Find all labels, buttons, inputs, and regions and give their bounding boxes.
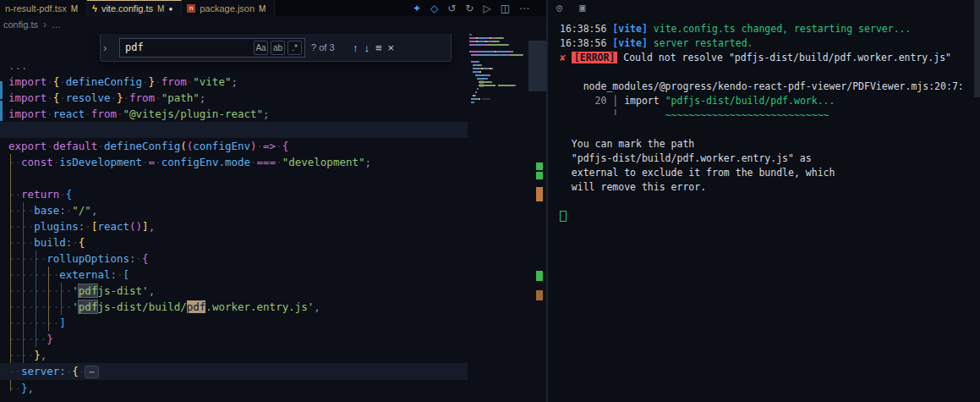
previous-match-button[interactable]: ↑ xyxy=(353,42,359,53)
terminal-panel-icon[interactable]: ▣ xyxy=(579,2,585,14)
terminal-cursor xyxy=(560,211,567,222)
tab-label: n-result-pdf.tsx xyxy=(5,3,67,14)
code-line[interactable] xyxy=(0,170,468,186)
breadcrumb-more[interactable]: … xyxy=(52,19,61,30)
undo-icon[interactable]: ↺ xyxy=(447,3,456,14)
terminal-pane: ◎▣ 16:38:56 [vite] vite.config.ts change… xyxy=(550,0,980,402)
code-line[interactable]: ··········'pdfjs-dist', xyxy=(0,283,468,299)
overview-mark-search xyxy=(536,290,543,300)
overview-mark-added xyxy=(536,271,543,281)
modified-badge: M xyxy=(71,4,78,14)
terminal-line xyxy=(560,65,973,80)
beaker-icon[interactable]: ◇ xyxy=(430,3,438,14)
tab-label: vite.config.ts xyxy=(101,3,153,14)
editor-actions: ✦◇↺↻▷◫⋯ xyxy=(275,0,546,16)
close-find-button[interactable]: × xyxy=(388,42,395,53)
vscode-window: n-result-pdf.tsx M ϟ vite.config.ts M ● … xyxy=(0,0,980,402)
run-icon[interactable]: ▷ xyxy=(483,3,490,14)
terminal-line: ╵ ~~~~~~~~~~~~~~~~~~~~~~~~~~~~ xyxy=(560,108,973,123)
terminal-status-icon[interactable]: ◎ xyxy=(556,2,562,14)
code-line[interactable]: ········external:·[ xyxy=(0,267,468,283)
code-line[interactable]: ····base:·"/", xyxy=(0,202,468,218)
whole-word-button[interactable]: ab xyxy=(271,41,285,55)
format-icon[interactable]: ✦ xyxy=(413,3,421,14)
tab-n-result-pdf[interactable]: n-result-pdf.tsx M xyxy=(0,0,87,16)
terminal-line xyxy=(560,209,973,224)
terminal-line: You can mark the path xyxy=(560,137,973,151)
code-line[interactable]: import·{·resolve·}·from·"path"; xyxy=(0,90,468,106)
npm-icon: n xyxy=(187,4,195,13)
terminal-output: 16:38:56 [vite] vite.config.ts changed, … xyxy=(560,22,973,224)
split-editor-icon[interactable]: ◫ xyxy=(501,3,510,14)
code-line[interactable]: ····}, xyxy=(0,347,468,363)
terminal-line: will remove this error. xyxy=(560,180,973,195)
modified-badge: M xyxy=(157,4,164,14)
tab-vite-config[interactable]: ϟ vite.config.ts M ● xyxy=(87,0,182,16)
unsaved-dot-icon: ● xyxy=(168,5,172,13)
overview-mark-added xyxy=(536,172,543,179)
terminal-line xyxy=(560,123,973,137)
tab-package-json[interactable]: n package.json M xyxy=(182,0,275,16)
minimap[interactable] xyxy=(469,34,528,105)
code-line[interactable]: import·{·defineConfig·}·from·"vite"; xyxy=(0,74,468,90)
terminal-scrollbar[interactable] xyxy=(974,0,980,402)
code-line[interactable]: export·default·defineConfig((configEnv)·… xyxy=(0,138,468,154)
search-input[interactable]: pdf Aa ab .* xyxy=(119,38,305,58)
terminal-line: "pdfjs-dist/build/pdf.worker.entry.js" a… xyxy=(560,151,973,166)
code-line[interactable]: import·react·from·"@vitejs/plugin-react"… xyxy=(0,106,468,122)
code-line[interactable] xyxy=(0,122,468,138)
code-line[interactable]: ··server:·{·⋯ xyxy=(0,363,468,380)
terminal-scrollbar-thumb[interactable] xyxy=(974,0,980,97)
terminal-line: 16:38:56 [vite] server restarted. xyxy=(560,36,973,51)
code-line[interactable]: ··return·{ xyxy=(0,186,468,202)
overview-mark-added xyxy=(536,162,543,170)
modified-badge: M xyxy=(259,4,266,14)
breadcrumb-item[interactable]: config.ts xyxy=(3,19,38,30)
code-line[interactable]: ········] xyxy=(0,315,468,331)
code-editor[interactable]: ...import·{·defineConfig·}·from·"vite";i… xyxy=(0,32,468,402)
editor-scrollbar[interactable] xyxy=(528,32,546,402)
terminal-line: node_modules/@progress/kendo-react-pdf-v… xyxy=(560,80,973,94)
terminal-toolbar: ◎▣ xyxy=(556,2,585,14)
chevron-right-icon: › xyxy=(43,19,47,30)
regex-button[interactable]: .* xyxy=(287,41,302,55)
next-match-button[interactable]: ↓ xyxy=(364,42,370,53)
vite-icon: ϟ xyxy=(92,3,97,14)
code-line[interactable]: ····plugins:·[react()], xyxy=(0,218,468,234)
overview-mark-modified xyxy=(536,187,543,201)
find-in-selection-button[interactable]: ≡ xyxy=(375,42,382,53)
find-widget: › pdf Aa ab .* ? of 3 ↑ ↓ ≡ × xyxy=(100,34,452,62)
terminal-line: ✘ [ERROR] Could not resolve "pdfjs-dist/… xyxy=(560,51,973,65)
more-actions-icon[interactable]: ⋯ xyxy=(519,3,529,14)
code-line[interactable]: ······rollupOptions:·{ xyxy=(0,251,468,267)
terminal-line xyxy=(560,195,973,209)
terminal-line: external to exclude it from the bundle, … xyxy=(560,166,973,180)
tab-bar: n-result-pdf.tsx M ϟ vite.config.ts M ● … xyxy=(0,0,546,16)
tab-label: package.json xyxy=(200,3,255,14)
code-line[interactable]: ····build:·{ xyxy=(0,234,468,251)
terminal-line: 16:38:56 [vite] vite.config.ts changed, … xyxy=(560,22,973,36)
redo-icon[interactable]: ↻ xyxy=(465,3,474,14)
terminal-line: 20 │ import "pdfjs-dist/build/pdf.work..… xyxy=(560,94,973,108)
code-line[interactable]: ··········'pdfjs-dist/build/pdf.worker.e… xyxy=(0,299,468,315)
match-count: ? of 3 xyxy=(311,42,347,52)
search-query: pdf xyxy=(125,41,144,53)
scrollbar-thumb[interactable] xyxy=(528,41,546,91)
breadcrumb[interactable]: config.ts › … xyxy=(0,16,546,32)
editor-pane: n-result-pdf.tsx M ϟ vite.config.ts M ● … xyxy=(0,0,548,402)
code-line[interactable]: ······} xyxy=(0,331,468,347)
toggle-replace-chevron-icon[interactable]: › xyxy=(103,41,113,54)
code-line[interactable]: ··const·isDevelopment·=·configEnv.mode·=… xyxy=(0,154,468,170)
code-line[interactable]: ··}, xyxy=(0,380,468,396)
match-case-button[interactable]: Aa xyxy=(254,41,268,55)
